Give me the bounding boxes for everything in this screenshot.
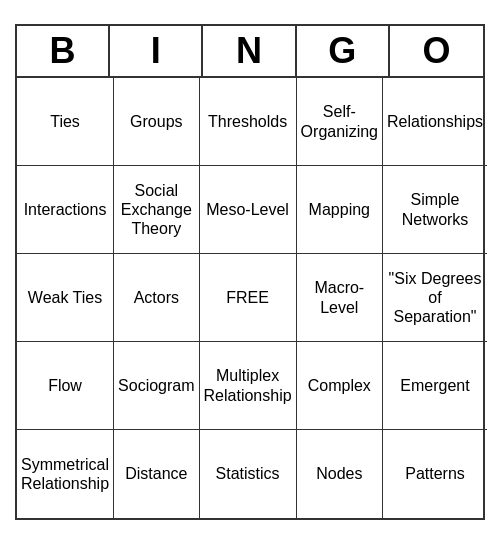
bingo-cell-text-1: Groups — [130, 112, 182, 131]
bingo-cell-19: Emergent — [383, 342, 487, 430]
bingo-cell-13: Macro-Level — [297, 254, 383, 342]
bingo-cell-22: Statistics — [200, 430, 297, 518]
bingo-cell-text-3: Self-Organizing — [301, 102, 378, 140]
bingo-cell-16: Sociogram — [114, 342, 199, 430]
bingo-cell-2: Thresholds — [200, 78, 297, 166]
bingo-header: BINGO — [17, 26, 483, 78]
bingo-cell-14: "Six Degrees of Separation" — [383, 254, 487, 342]
bingo-cell-17: Multiplex Relationship — [200, 342, 297, 430]
bingo-cell-4: Relationships — [383, 78, 487, 166]
bingo-cell-text-20: Symmetrical Relationship — [21, 455, 109, 493]
header-letter-G: G — [297, 26, 390, 76]
header-letter-O: O — [390, 26, 483, 76]
bingo-cell-text-18: Complex — [308, 376, 371, 395]
header-letter-I: I — [110, 26, 203, 76]
bingo-cell-0: Ties — [17, 78, 114, 166]
bingo-cell-text-17: Multiplex Relationship — [204, 366, 292, 404]
bingo-cell-text-0: Ties — [50, 112, 80, 131]
bingo-cell-text-21: Distance — [125, 464, 187, 483]
bingo-cell-text-9: Simple Networks — [387, 190, 483, 228]
bingo-cell-text-14: "Six Degrees of Separation" — [387, 269, 483, 327]
bingo-cell-text-8: Mapping — [309, 200, 370, 219]
bingo-card: BINGO TiesGroupsThresholdsSelf-Organizin… — [15, 24, 485, 520]
bingo-cell-18: Complex — [297, 342, 383, 430]
bingo-cell-8: Mapping — [297, 166, 383, 254]
bingo-cell-text-19: Emergent — [400, 376, 469, 395]
bingo-cell-24: Patterns — [383, 430, 487, 518]
bingo-cell-5: Interactions — [17, 166, 114, 254]
bingo-cell-9: Simple Networks — [383, 166, 487, 254]
bingo-cell-1: Groups — [114, 78, 199, 166]
bingo-cell-10: Weak Ties — [17, 254, 114, 342]
bingo-cell-21: Distance — [114, 430, 199, 518]
bingo-cell-text-7: Meso-Level — [206, 200, 289, 219]
bingo-cell-text-22: Statistics — [216, 464, 280, 483]
bingo-cell-text-10: Weak Ties — [28, 288, 102, 307]
bingo-cell-23: Nodes — [297, 430, 383, 518]
bingo-cell-text-16: Sociogram — [118, 376, 194, 395]
bingo-cell-20: Symmetrical Relationship — [17, 430, 114, 518]
header-letter-B: B — [17, 26, 110, 76]
bingo-cell-text-12: FREE — [226, 288, 269, 307]
bingo-cell-text-24: Patterns — [405, 464, 465, 483]
bingo-cell-15: Flow — [17, 342, 114, 430]
bingo-cell-text-6: Social Exchange Theory — [118, 181, 194, 239]
bingo-cell-text-2: Thresholds — [208, 112, 287, 131]
bingo-cell-text-15: Flow — [48, 376, 82, 395]
bingo-grid: TiesGroupsThresholdsSelf-OrganizingRelat… — [17, 78, 483, 518]
bingo-cell-12: FREE — [200, 254, 297, 342]
bingo-cell-6: Social Exchange Theory — [114, 166, 199, 254]
bingo-cell-7: Meso-Level — [200, 166, 297, 254]
bingo-cell-text-5: Interactions — [24, 200, 107, 219]
bingo-cell-11: Actors — [114, 254, 199, 342]
bingo-cell-text-23: Nodes — [316, 464, 362, 483]
bingo-cell-text-4: Relationships — [387, 112, 483, 131]
bingo-cell-3: Self-Organizing — [297, 78, 383, 166]
bingo-cell-text-13: Macro-Level — [301, 278, 378, 316]
header-letter-N: N — [203, 26, 296, 76]
bingo-cell-text-11: Actors — [134, 288, 179, 307]
